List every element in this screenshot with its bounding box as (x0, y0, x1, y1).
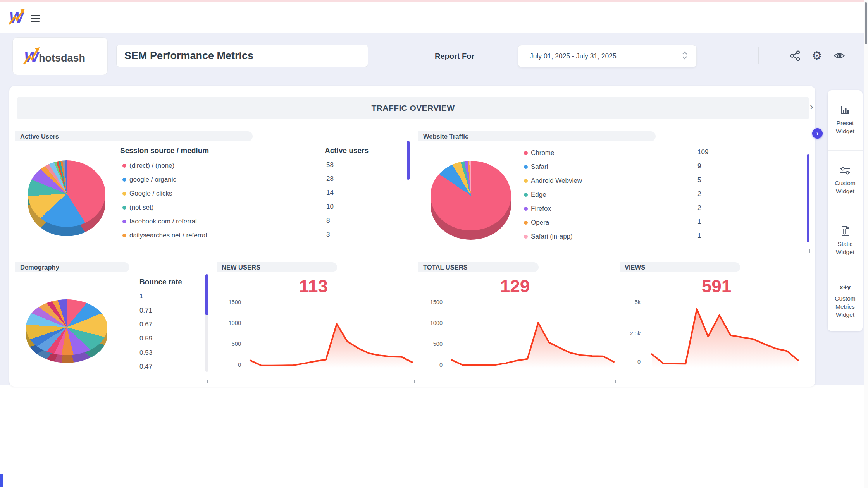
preview-eye-icon[interactable] (833, 50, 846, 62)
website-traffic-row: Safari (524, 163, 548, 171)
brand-logo-small[interactable]: W (8, 7, 27, 28)
widget-sidebar: Preset Widget Custom Widget Static Widge… (828, 90, 863, 331)
browser-scrollbar-thumb[interactable] (865, 2, 867, 44)
date-range-select[interactable]: July 01, 2025 - July 31, 2025 (518, 45, 697, 67)
demography-widget-label: Demography (16, 262, 129, 272)
resize-handle[interactable] (806, 249, 810, 253)
legend-dot (524, 235, 528, 239)
sidebar-item-label: Custom Widget (832, 179, 858, 196)
legend-dot (122, 164, 126, 168)
website-traffic-row: Opera (524, 219, 549, 227)
active-users-row: dailysearches.net / referral (122, 232, 207, 239)
report-for-label: Report For (435, 52, 474, 61)
legend-dot (122, 178, 126, 182)
resize-handle[interactable] (411, 380, 415, 383)
sidebar-item-preset-widget[interactable]: Preset Widget (828, 90, 863, 151)
dashboard-card: TRAFFIC OVERVIEW › Active Users Session … (9, 86, 815, 387)
brand-w-icon: W (8, 7, 27, 27)
legend-dot (524, 207, 528, 211)
legend-dot (524, 193, 528, 197)
new-users-widget-label: NEW USERS (217, 262, 337, 272)
report-title-value: SEM Performance Metrics (117, 50, 253, 62)
document-icon (840, 225, 851, 237)
website-traffic-row: Edge (524, 191, 546, 199)
resize-handle[interactable] (612, 380, 616, 383)
browser-scrollbar-track[interactable] (864, 0, 868, 488)
legend-dot (122, 220, 126, 223)
active-users-row: google / organic (122, 176, 176, 184)
website-traffic-row: Chrome (524, 149, 554, 157)
demography-scrollbar[interactable] (205, 274, 208, 315)
sidebar-item-label: Static Widget (832, 240, 858, 256)
settings-gear-icon[interactable]: ⚙ (811, 50, 823, 62)
views-widget-label: VIEWS (620, 262, 740, 272)
brand-logo-card[interactable]: W hotsdash (12, 37, 108, 75)
sidebar-item-static-widget[interactable]: Static Widget (828, 211, 863, 271)
views-line-chart[interactable] (649, 295, 801, 373)
section-collapse-chevron-icon[interactable]: › (810, 101, 813, 112)
section-header-bar: TRAFFIC OVERVIEW (17, 97, 809, 119)
active-users-row: facebook.com / referral (122, 218, 197, 225)
website-traffic-scrollbar[interactable] (807, 154, 809, 242)
sidebar-item-label: Custom Metrics Widget (832, 295, 858, 319)
share-icon[interactable] (789, 50, 801, 62)
website-traffic-row: Safari (in-app) (524, 233, 573, 241)
active-users-row: (direct) / (none) (122, 162, 174, 170)
sidebar-item-label: Preset Widget (832, 119, 858, 136)
logo-wordmark: hotsdash (39, 52, 85, 64)
brand-logo-full: W hotsdash (23, 46, 97, 66)
sliders-icon (839, 166, 851, 176)
legend-dot (524, 165, 528, 169)
total-users-widget-label: TOTAL USERS (418, 262, 539, 272)
bounce-rate-header: Bounce rate (140, 278, 182, 286)
resize-handle[interactable] (808, 380, 811, 383)
chevron-up-down-icon (682, 51, 696, 62)
sidebar-item-custom-metrics-widget[interactable]: x+y Custom Metrics Widget (828, 271, 863, 331)
active-users-row: Google / clicks (122, 190, 172, 198)
legend-dot (122, 206, 126, 210)
scroll-fragment (0, 474, 3, 487)
active-users-row: (not set) (122, 204, 153, 211)
active-users-col-value: Active users (325, 146, 369, 155)
report-title-input[interactable]: SEM Performance Metrics (116, 45, 368, 67)
resize-handle[interactable] (405, 249, 408, 253)
legend-dot (524, 179, 528, 183)
legend-dot (524, 151, 528, 155)
website-traffic-row: Firefox (524, 205, 551, 213)
new-users-total: 113 (257, 276, 370, 297)
legend-dot (122, 234, 126, 237)
website-traffic-row: Android Webview (524, 177, 582, 185)
top-navbar: W (0, 2, 868, 33)
legend-dot (122, 192, 126, 196)
hamburger-menu-icon[interactable] (31, 15, 40, 23)
total-users-line-chart[interactable] (450, 295, 616, 373)
bar-chart-icon (840, 105, 851, 116)
sidebar-item-custom-widget[interactable]: Custom Widget (828, 151, 863, 211)
resize-handle[interactable] (204, 380, 208, 383)
expand-panel-button[interactable]: › (812, 128, 823, 139)
views-total: 591 (660, 276, 773, 297)
website-traffic-widget-label: Website Traffic (418, 131, 656, 141)
legend-dot (524, 221, 528, 225)
section-title: TRAFFIC OVERVIEW (372, 103, 455, 113)
active-users-scrollbar[interactable] (407, 141, 410, 180)
header-divider (758, 47, 759, 64)
xy-icon: x+y (840, 284, 851, 291)
date-range-value: July 01, 2025 - July 31, 2025 (518, 52, 617, 60)
active-users-col-source: Session source / medium (120, 146, 209, 155)
total-users-total: 129 (459, 276, 571, 297)
new-users-line-chart[interactable] (248, 295, 415, 373)
active-users-widget-label: Active Users (16, 131, 253, 141)
